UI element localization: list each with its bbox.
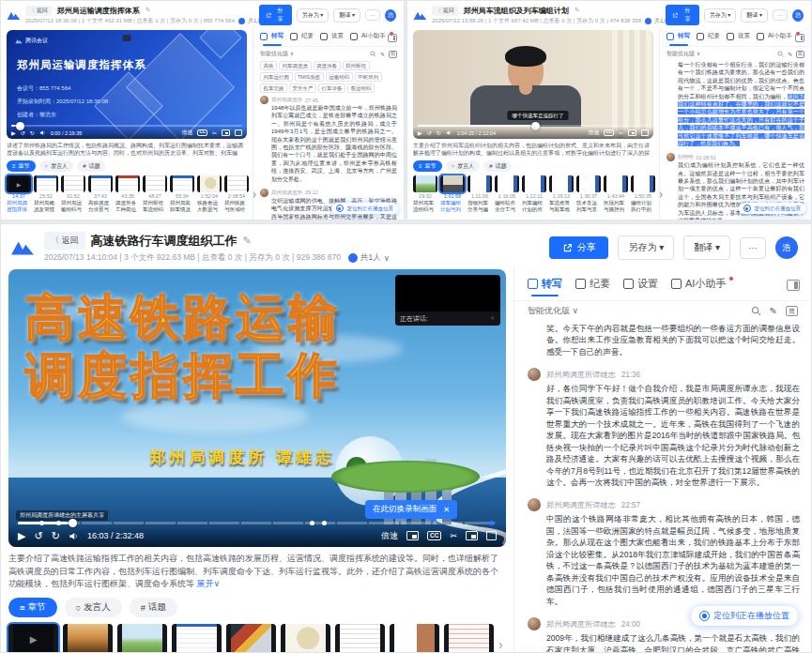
play-button[interactable]: ▶ — [418, 129, 422, 136]
keyword-tag[interactable]: 安全生产 — [289, 84, 316, 93]
speed-button[interactable]: 倍速 — [181, 129, 192, 137]
chapter-time[interactable]: 1:43:44 — [604, 193, 628, 199]
transcript-timestamp[interactable]: 27:45 — [305, 98, 318, 103]
transcript-timestamp[interactable]: 01:08:51 — [697, 155, 716, 160]
chapter-thumbnail[interactable]: ▶ 1:16:06 编组站作业分工与车流改编 — [495, 175, 519, 213]
save-as-button[interactable]: 另存为 ▾ — [297, 8, 329, 23]
optimized-version-label[interactable]: 智能优化版 ∨ — [528, 305, 578, 317]
volume-icon[interactable] — [69, 531, 79, 541]
forward-icon[interactable]: ↻ — [437, 129, 441, 136]
transcript-timestamp[interactable]: 24:00 — [621, 620, 641, 629]
transcript-timestamp[interactable]: 29:12 — [305, 190, 318, 195]
back-button[interactable]: 〈 返回 — [44, 232, 85, 250]
chapter-time[interactable]: 1:22:11 — [522, 193, 546, 199]
more-button[interactable]: ··· — [740, 237, 766, 259]
panel-tab[interactable]: AI小助手 — [671, 277, 733, 291]
speed-button[interactable]: 倍速 — [381, 530, 398, 542]
keyword-tag[interactable]: TMIS系统 — [295, 72, 324, 82]
keyword-tag[interactable]: 调度设备 — [314, 61, 341, 70]
translate-button[interactable]: 翻译 ▾ — [683, 235, 730, 260]
chapter-time[interactable]: 1:01:58 — [440, 193, 465, 199]
chapter-time[interactable]: 48:27 — [143, 193, 167, 199]
keyword-tag[interactable]: 列车调度员 — [279, 61, 312, 70]
play-button[interactable]: ▶ — [18, 530, 25, 542]
pill-button[interactable]: ○发言人 — [39, 160, 74, 172]
pill-button[interactable]: ≡章节 — [413, 160, 442, 172]
search-icon[interactable] — [751, 306, 761, 316]
chapter-time[interactable]: 2:08:54 — [224, 193, 249, 199]
keyword-tag[interactable]: 高铁 — [260, 61, 277, 70]
chapter-time[interactable]: 25:52 — [34, 193, 58, 199]
chapter-time[interactable]: 55:34 — [170, 193, 194, 199]
chapter-thumbnail[interactable]: ▶ 43:35 调度所各工种岗位与职责分工 — [115, 175, 140, 213]
clip-icon[interactable]: ✂ — [450, 531, 457, 540]
volume-icon[interactable] — [39, 129, 46, 136]
save-as-button[interactable]: 另存为 ▾ — [618, 235, 674, 260]
panel-tab[interactable]: 纪要 — [575, 277, 610, 291]
share-button[interactable]: 分享 — [259, 5, 292, 25]
chapter-time[interactable]: 1:11:06 — [467, 193, 492, 199]
keyword-tag[interactable]: 中欧班列 — [355, 72, 382, 82]
edit-icon[interactable]: ✎ — [788, 51, 792, 57]
chapter-thumbnail[interactable]: ▶ 1:52:04 铁路春运大数据与客流走向分析 — [197, 175, 222, 213]
chapter-thumbnail[interactable]: ▶ 2:08:54 郑州铁路与区域经济发展的关系 — [224, 175, 249, 213]
chapter-thumbnail[interactable]: ▶ 40:48 — [172, 624, 222, 653]
search-icon[interactable] — [370, 51, 376, 57]
panel-tab[interactable]: 转写 — [528, 277, 562, 291]
pip-icon[interactable] — [466, 531, 478, 540]
edit-title-icon[interactable]: ✎ — [243, 235, 252, 247]
chapter-time[interactable]: 1:29:13 — [549, 193, 574, 199]
optimized-version-label[interactable]: 智能优化版 ∨ — [260, 50, 294, 58]
transcript-item[interactable]: 郑州局调度所 27:45 1948年以后也就是新中国成立前一年，郑州铁路局列车公… — [260, 96, 397, 183]
next-chapters-arrow[interactable]: › — [498, 637, 503, 652]
switch-screen-icon[interactable] — [406, 531, 419, 540]
collapse-panel-icon[interactable] — [795, 34, 804, 42]
chapter-thumbnail[interactable]: ▶ 1:00:26 — [335, 624, 385, 653]
pill-button[interactable]: #话题 — [77, 160, 105, 172]
locate-playing-button[interactable]: 定位到正在播放位置 — [691, 606, 798, 626]
save-as-button[interactable]: 另存为 ▾ — [704, 8, 737, 23]
chapter-thumbnail[interactable]: ▶ 29:32 郑州局车流组织与运输径路概述 — [413, 175, 437, 213]
chapter-time[interactable]: 37:43 — [88, 193, 113, 199]
simplified-chinese-icon[interactable]: 简 — [796, 51, 804, 58]
video-player[interactable]: 哪个快递车是追踪行了 ▶ ↺ ↻ 1:04:25 / 2:12:04 倍速 CC… — [413, 30, 653, 139]
switch-view-tooltip[interactable]: 在此切换录制画面 ✕ — [365, 500, 457, 519]
edit-title-icon[interactable]: ✎ — [146, 7, 151, 14]
locate-playing-button[interactable]: 定位到正在播放位置 — [739, 203, 806, 214]
pill-button[interactable]: ≡章节 — [8, 598, 57, 617]
pill-button[interactable]: ○发言人 — [65, 598, 122, 617]
simplified-chinese-icon[interactable]: 简 — [389, 51, 397, 58]
transcript-timestamp[interactable]: 22:57 — [621, 501, 641, 509]
keyword-tag[interactable]: 运输组织 — [326, 72, 353, 82]
fullscreen-icon[interactable] — [235, 129, 242, 136]
more-button[interactable]: ··· — [773, 9, 788, 21]
participants-chip[interactable]: 共1人 ∨ — [348, 252, 390, 264]
panel-tab[interactable]: AI小助手 — [757, 32, 800, 40]
rewind-icon[interactable]: ↺ — [34, 530, 42, 542]
transcript-timestamp[interactable]: 21:36 — [621, 371, 641, 379]
simplified-chinese-icon[interactable]: 简 — [786, 306, 798, 316]
pill-button[interactable]: ≡章节 — [7, 160, 36, 172]
pip-icon[interactable] — [628, 129, 636, 136]
chapter-thumbnail[interactable]: ▶ 37:43 高铁调度台设置与列车管理规则 — [88, 175, 113, 213]
panel-tab[interactable]: 设置 — [320, 32, 344, 40]
chapter-thumbnail[interactable]: ▶ 33:17 — [117, 624, 167, 653]
chapter-thumbnail[interactable]: ▶ 1:43:44 区段列车与摘挂列车的开行 — [604, 175, 628, 213]
chapter-time[interactable]: 14:37 — [7, 193, 31, 199]
back-button[interactable]: 〈 返回 — [432, 6, 458, 16]
chapter-thumbnail[interactable]: ▶ 1:22:11 列车编组计划的作用与意义 — [522, 175, 546, 213]
chapter-time[interactable]: 29:32 — [413, 193, 437, 199]
chapter-thumbnail[interactable]: ▶ 46:56 — [226, 624, 276, 653]
back-button[interactable]: 〈 返回 — [25, 6, 52, 16]
keyword-tag[interactable]: 列车运行图 — [260, 72, 293, 82]
chapter-time[interactable]: 1:52:04 — [197, 193, 222, 199]
keyword-tag[interactable]: 行车设备 — [318, 84, 345, 93]
rewind-icon[interactable]: ↺ — [427, 129, 432, 136]
edit-icon[interactable]: ✎ — [770, 306, 777, 316]
transcript-item[interactable]: 每一个行业都有一个相应行业，我们的运输行业都有一个我们铁路成为要求的。那么还有一… — [666, 61, 804, 147]
share-button[interactable]: 分享 — [549, 236, 608, 259]
transcript-item[interactable]: 笑。今天下午的内容就是包括一些要组织的一些春运方面的调整信息设备。你想出来工作业… — [528, 323, 800, 357]
more-button[interactable]: ··· — [365, 9, 380, 21]
chapter-thumbnail[interactable]: ▶ 53:24 — [281, 624, 330, 653]
volume-icon[interactable] — [446, 129, 452, 136]
